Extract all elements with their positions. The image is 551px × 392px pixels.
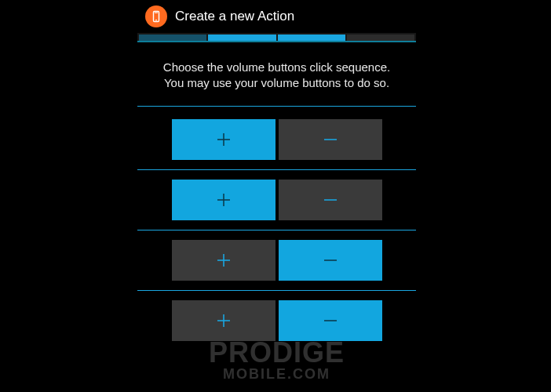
sequence-row <box>137 230 416 290</box>
volume-up-button[interactable] <box>172 300 276 341</box>
minus-icon <box>320 190 341 210</box>
volume-down-button[interactable] <box>279 300 382 341</box>
sequence-row <box>137 169 416 230</box>
volume-up-button[interactable] <box>172 180 276 220</box>
step-4 <box>347 34 414 41</box>
wizard-progress <box>137 33 416 42</box>
plus-icon <box>213 250 234 270</box>
plus-icon <box>213 310 234 331</box>
app-screen: Create a new Action Choose the volume bu… <box>137 0 416 392</box>
sequence-rows <box>137 107 416 350</box>
plus-icon <box>213 129 234 150</box>
page-title: Create a new Action <box>175 9 294 24</box>
step-2 <box>208 34 276 41</box>
minus-icon <box>320 129 341 150</box>
plus-icon <box>213 190 234 210</box>
step-1 <box>139 34 206 41</box>
title-bar: Create a new Action <box>137 0 416 33</box>
step-3 <box>278 34 345 41</box>
sequence-row <box>137 290 416 350</box>
sequence-row <box>137 110 416 169</box>
watermark-sub: MOBILE.COM <box>137 366 416 383</box>
instruction-line-1: Choose the volume buttons click sequence… <box>148 60 405 75</box>
volume-down-button[interactable] <box>279 180 382 220</box>
app-phone-icon <box>145 5 167 27</box>
instruction-panel: Choose the volume buttons click sequence… <box>137 42 416 107</box>
minus-icon <box>320 250 341 270</box>
svg-point-2 <box>155 20 157 21</box>
minus-icon <box>320 310 341 331</box>
volume-down-button[interactable] <box>279 119 382 160</box>
volume-up-button[interactable] <box>172 119 276 160</box>
volume-up-button[interactable] <box>172 240 276 281</box>
volume-down-button[interactable] <box>279 240 382 281</box>
instruction-line-2: You may use your volume buttons to do so… <box>148 75 405 91</box>
